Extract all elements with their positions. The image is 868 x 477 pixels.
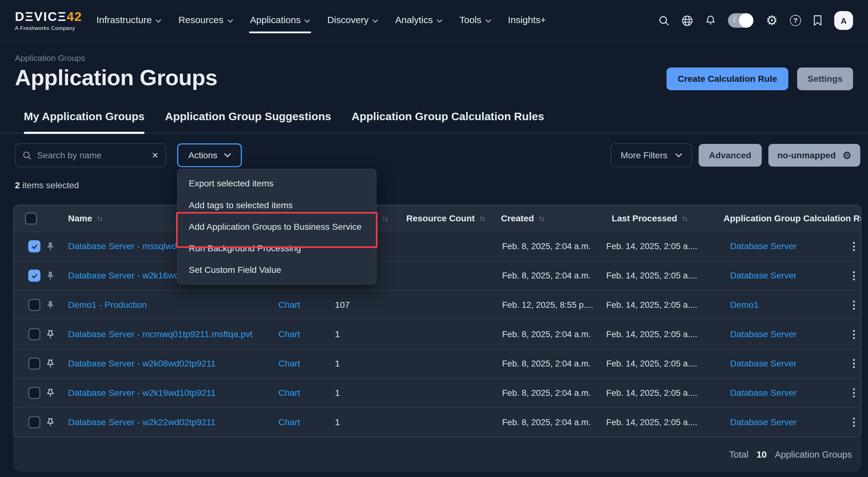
search-input[interactable] <box>37 150 152 160</box>
calculation-rule-link[interactable]: Database Server <box>730 417 797 427</box>
filter-gear-icon: ⚙ <box>842 149 851 161</box>
search-icon[interactable] <box>659 15 670 26</box>
row-checkbox[interactable] <box>28 387 40 399</box>
actions-dropdown-button[interactable]: Actions <box>177 143 242 167</box>
globe-icon[interactable] <box>682 15 693 26</box>
user-avatar[interactable]: A <box>834 11 853 30</box>
pin-icon[interactable] <box>45 300 55 310</box>
nav-item-applications[interactable]: Applications <box>250 0 310 41</box>
last-processed-date: Feb. 14, 2025, 2:05 a.... <box>606 417 697 427</box>
help-icon[interactable]: ? <box>790 15 801 26</box>
application-group-link[interactable]: Database Server - mcmwq01tp9211.msftqa.p… <box>68 329 253 339</box>
unpin-icon[interactable] <box>45 388 55 398</box>
row-checkbox[interactable] <box>28 357 40 370</box>
theme-toggle[interactable]: ☾ ✦ <box>728 13 754 28</box>
saved-filter-button[interactable]: no-unmapped ⚙ <box>768 144 860 167</box>
created-date: Feb. 12, 2025, 8:55 p.... <box>502 300 593 310</box>
breadcrumb[interactable]: Application Groups <box>15 53 85 62</box>
actions-dropdown-menu: Export selected items Add tags to select… <box>177 169 376 285</box>
tab-application-group-suggestions[interactable]: Application Group Suggestions <box>165 109 331 133</box>
chart-link[interactable]: Chart <box>279 329 300 339</box>
row-checkbox[interactable] <box>28 416 40 428</box>
create-calculation-rule-button[interactable]: Create Calculation Rule <box>666 67 788 90</box>
column-header-resource-count[interactable]: Resource Count↑↓ <box>406 213 485 223</box>
row-checkbox[interactable] <box>28 240 40 252</box>
settings-button[interactable]: Settings <box>797 67 853 90</box>
menu-item-add-to-business-service[interactable]: Add Application Groups to Business Servi… <box>178 216 376 237</box>
tab-my-application-groups[interactable]: My Application Groups <box>24 109 145 133</box>
search-icon <box>23 151 32 160</box>
last-processed-date: Feb. 14, 2025, 2:05 a.... <box>606 241 697 251</box>
chart-link[interactable]: Chart <box>279 359 300 369</box>
pin-icon[interactable] <box>45 271 55 280</box>
moon-icon: ☾ <box>733 15 739 24</box>
column-header-hidden-sort[interactable]: ↑↓ <box>382 214 388 223</box>
menu-item-export-selected[interactable]: Export selected items <box>178 172 376 194</box>
row-checkbox[interactable] <box>28 328 40 340</box>
logo-subtitle: A Freshworks Company <box>15 25 82 31</box>
row-checkbox[interactable] <box>28 269 40 282</box>
unpin-icon[interactable] <box>45 330 55 339</box>
last-processed-date: Feb. 14, 2025, 2:05 a.... <box>606 329 697 339</box>
nav-item-analytics[interactable]: Analytics <box>395 0 442 41</box>
tab-application-group-calculation-rules[interactable]: Application Group Calculation Rules <box>351 109 544 133</box>
chart-link[interactable]: Chart <box>279 300 300 310</box>
row-menu-kebab[interactable]: ⋮ <box>849 243 859 250</box>
logo-accent: 42 <box>67 9 82 24</box>
device42-logo[interactable]: DΞVICΞ42 A Freshworks Company <box>15 10 82 31</box>
menu-item-add-tags[interactable]: Add tags to selected items <box>178 194 376 216</box>
logo-text: DΞVICΞ <box>15 9 67 24</box>
calculation-rule-link[interactable]: Database Server <box>730 241 797 251</box>
settings-gear-icon[interactable]: ⚙ <box>766 14 778 27</box>
application-group-link[interactable]: Database Server - w2k19wd10tp9211 <box>68 388 216 398</box>
nav-item-resources[interactable]: Resources <box>178 0 232 41</box>
unpin-icon[interactable] <box>45 418 55 427</box>
column-header-name[interactable]: Name↑↓ <box>68 213 102 223</box>
created-date: Feb. 8, 2025, 2:04 a.m. <box>502 417 591 427</box>
selection-status: 2 items selected <box>15 181 79 190</box>
row-menu-kebab[interactable]: ⋮ <box>849 389 859 397</box>
calculation-rule-link[interactable]: Database Server <box>730 388 797 398</box>
unpin-icon[interactable] <box>45 359 55 369</box>
sort-icon: ↑↓ <box>97 214 102 223</box>
row-checkbox[interactable] <box>28 299 40 311</box>
row-menu-kebab[interactable]: ⋮ <box>849 330 859 338</box>
search-input-wrapper: ✕ <box>15 143 166 167</box>
column-header-created[interactable]: Created↑↓ <box>501 213 544 223</box>
navbar-icons: ☾ ✦ ⚙ ? A <box>659 11 853 30</box>
calculation-rule-link[interactable]: Database Server <box>730 329 797 339</box>
application-group-link[interactable]: Database Server - w2k08wd02tp9211 <box>68 359 216 369</box>
row-menu-kebab[interactable]: ⋮ <box>849 360 859 368</box>
nav-item-tools[interactable]: Tools <box>459 0 491 41</box>
row-menu-kebab[interactable]: ⋮ <box>849 272 859 280</box>
clear-search-icon[interactable]: ✕ <box>152 150 159 160</box>
pin-icon[interactable] <box>45 242 55 251</box>
application-groups-table: Name↑↓ ↑↓ Resource Count↑↓ Created↑↓ Las… <box>13 205 862 472</box>
created-date: Feb. 8, 2025, 2:04 a.m. <box>502 329 591 339</box>
resource-count: 1 <box>335 417 340 427</box>
calculation-rule-link[interactable]: Database Server <box>730 271 797 281</box>
table-row: Database Server - w2k08wd02tp9211 Chart … <box>14 349 861 378</box>
last-processed-date: Feb. 14, 2025, 2:05 a.... <box>606 359 697 369</box>
menu-item-set-custom-field-value[interactable]: Set Custom Field Value <box>178 259 376 281</box>
table-row: Database Server - w2k16wq02tp9211 Chart … <box>14 261 861 290</box>
column-header-last-processed[interactable]: Last Processed↑↓ <box>612 213 687 223</box>
chart-link[interactable]: Chart <box>279 388 300 398</box>
nav-item-insights[interactable]: Insights+ <box>508 0 546 41</box>
more-filters-button[interactable]: More Filters <box>611 143 692 167</box>
notifications-bell-icon[interactable] <box>706 15 716 26</box>
application-group-link[interactable]: Database Server - w2k22wd02tp9211 <box>68 417 216 427</box>
row-menu-kebab[interactable]: ⋮ <box>849 301 859 309</box>
application-group-link[interactable]: Demo1 - Production <box>68 300 147 310</box>
advanced-button[interactable]: Advanced <box>699 144 762 167</box>
column-header-calculation-rule[interactable]: Application Group Calculation Rule <box>723 213 861 223</box>
bookmark-icon[interactable] <box>813 15 822 26</box>
chart-link[interactable]: Chart <box>279 417 300 427</box>
select-all-checkbox[interactable] <box>25 212 37 224</box>
nav-item-discovery[interactable]: Discovery <box>327 0 378 41</box>
nav-item-infrastructure[interactable]: Infrastructure <box>96 0 161 41</box>
row-menu-kebab[interactable]: ⋮ <box>849 418 859 426</box>
calculation-rule-link[interactable]: Demo1 <box>730 300 759 310</box>
calculation-rule-link[interactable]: Database Server <box>730 359 797 369</box>
menu-item-run-background-processing[interactable]: Run Background Processing <box>178 237 376 259</box>
